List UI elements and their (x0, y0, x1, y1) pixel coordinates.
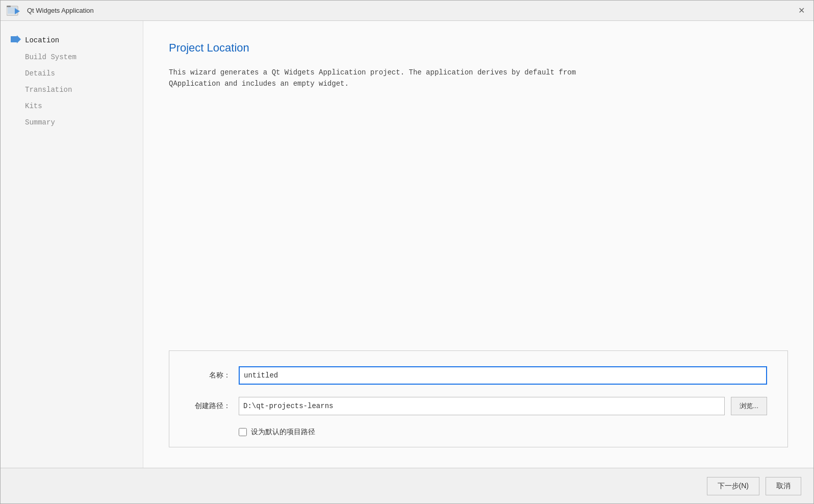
sidebar-item-summary-label: Summary (25, 118, 55, 127)
name-row: 名称： (190, 366, 767, 385)
main-content: Project Location This wizard generates a… (143, 21, 813, 468)
path-row: 创建路径： 浏览... (190, 397, 767, 415)
svg-marker-4 (11, 35, 21, 43)
path-input-row: 浏览... (239, 397, 767, 415)
bottom-bar: 下一步(N) 取消 (1, 468, 813, 503)
sidebar-item-translation-label: Translation (25, 86, 72, 94)
svg-rect-3 (7, 6, 11, 7)
sidebar-item-translation[interactable]: Translation (1, 82, 143, 98)
cancel-button[interactable]: 取消 (766, 477, 801, 495)
checkbox-label[interactable]: 设为默认的项目路径 (251, 427, 315, 437)
description-line1: This wizard generates a Qt Widgets Appli… (169, 68, 576, 77)
main-window: Qt Widgets Application ✕ Location Build … (0, 0, 814, 504)
sidebar-item-kits-label: Kits (25, 102, 42, 110)
spacer (169, 110, 788, 330)
sidebar-item-build-system[interactable]: Build System (1, 49, 143, 65)
sidebar-item-location[interactable]: Location (1, 31, 143, 49)
checkbox-row: 设为默认的项目路径 (239, 427, 767, 437)
form-section: 名称： 创建路径： 浏览... 设为默认的项目路径 (169, 350, 788, 447)
page-title: Project Location (169, 41, 788, 55)
content-area: Location Build System Details Translatio… (1, 21, 813, 468)
close-button[interactable]: ✕ (795, 5, 807, 17)
sidebar-item-kits[interactable]: Kits (1, 98, 143, 114)
next-button[interactable]: 下一步(N) (707, 477, 759, 495)
title-bar-left: Qt Widgets Application (7, 4, 94, 17)
name-label: 名称： (190, 371, 231, 380)
sidebar-item-details-label: Details (25, 69, 55, 78)
sidebar-item-location-label: Location (25, 36, 59, 44)
default-path-checkbox[interactable] (239, 428, 247, 436)
arrow-icon (11, 35, 21, 45)
sidebar: Location Build System Details Translatio… (1, 21, 143, 468)
bottom-spacer (169, 447, 788, 458)
browse-button[interactable]: 浏览... (731, 397, 767, 415)
description: This wizard generates a Qt Widgets Appli… (169, 67, 788, 90)
description-line2: QApplication and includes an empty widge… (169, 80, 349, 88)
app-icon (7, 4, 23, 17)
path-input[interactable] (239, 397, 725, 415)
title-bar: Qt Widgets Application ✕ (1, 1, 813, 21)
window-title: Qt Widgets Application (27, 7, 94, 14)
sidebar-item-details[interactable]: Details (1, 65, 143, 82)
path-label: 创建路径： (190, 401, 231, 411)
sidebar-item-summary[interactable]: Summary (1, 114, 143, 131)
sidebar-item-build-system-label: Build System (25, 53, 77, 61)
name-input[interactable] (239, 366, 767, 385)
